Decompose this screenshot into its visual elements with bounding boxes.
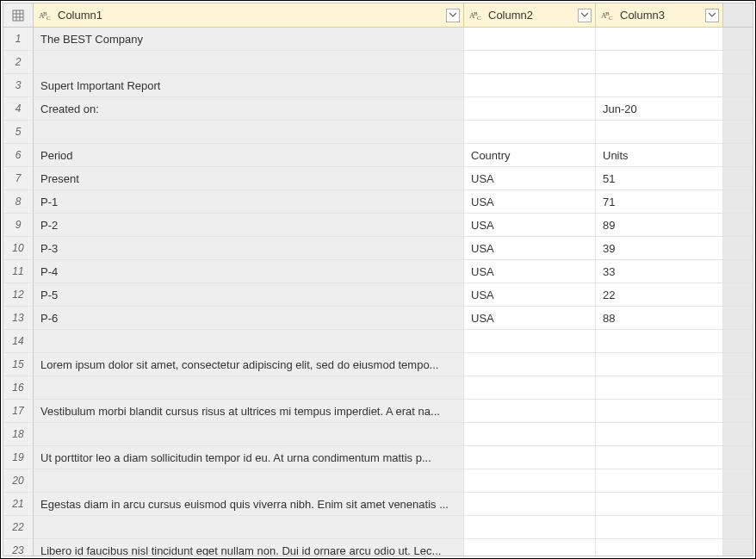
cell[interactable]: The BEST Company bbox=[34, 28, 464, 51]
cell[interactable] bbox=[596, 446, 723, 469]
cell[interactable] bbox=[464, 493, 596, 516]
column-header-column3[interactable]: A B C Column3 bbox=[596, 3, 723, 28]
cell[interactable] bbox=[464, 446, 596, 469]
cell[interactable]: Present bbox=[34, 167, 464, 190]
cell[interactable]: Period bbox=[34, 144, 464, 167]
table-row[interactable]: 22 bbox=[3, 516, 753, 539]
cell[interactable] bbox=[464, 353, 596, 376]
cell[interactable]: Jun-20 bbox=[596, 97, 723, 121]
cell[interactable] bbox=[34, 121, 464, 144]
row-number[interactable]: 22 bbox=[3, 516, 34, 539]
cell[interactable] bbox=[34, 376, 464, 400]
row-number[interactable]: 11 bbox=[3, 260, 34, 283]
cell[interactable] bbox=[596, 353, 723, 376]
table-row[interactable]: 2 bbox=[3, 51, 753, 74]
cell[interactable] bbox=[596, 423, 723, 446]
cell[interactable]: P-1 bbox=[34, 190, 464, 214]
table-row[interactable]: 7PresentUSA51 bbox=[3, 167, 753, 190]
cell[interactable] bbox=[464, 469, 596, 493]
table-row[interactable]: 12P-5USA22 bbox=[3, 283, 753, 307]
table-row[interactable]: 10P-3USA39 bbox=[3, 237, 753, 260]
table-row[interactable]: 1The BEST Company bbox=[3, 28, 753, 51]
table-row[interactable]: 14 bbox=[3, 330, 753, 353]
cell[interactable] bbox=[464, 51, 596, 74]
cell[interactable] bbox=[34, 330, 464, 353]
cell[interactable]: USA bbox=[464, 307, 596, 330]
filter-dropdown-button[interactable] bbox=[446, 9, 460, 22]
column-header-column1[interactable]: A B C Column1 bbox=[34, 3, 464, 28]
cell[interactable]: USA bbox=[464, 283, 596, 307]
cell[interactable]: 33 bbox=[596, 260, 723, 283]
cell[interactable] bbox=[464, 121, 596, 144]
cell[interactable] bbox=[596, 493, 723, 516]
cell[interactable]: Lorem ipsum dolor sit amet, consectetur … bbox=[34, 353, 464, 376]
row-number[interactable]: 23 bbox=[3, 539, 34, 556]
cell[interactable]: Egestas diam in arcu cursus euismod quis… bbox=[34, 493, 464, 516]
cell[interactable]: Ut porttitor leo a diam sollicitudin tem… bbox=[34, 446, 464, 469]
cell[interactable] bbox=[596, 51, 723, 74]
table-row[interactable]: 18 bbox=[3, 423, 753, 446]
row-number[interactable]: 18 bbox=[3, 423, 34, 446]
cell[interactable] bbox=[464, 97, 596, 121]
cell[interactable]: 71 bbox=[596, 190, 723, 214]
cell[interactable] bbox=[596, 121, 723, 144]
cell[interactable]: Created on: bbox=[34, 97, 464, 121]
row-number[interactable]: 19 bbox=[3, 446, 34, 469]
cell[interactable]: USA bbox=[464, 167, 596, 190]
cell[interactable] bbox=[596, 400, 723, 423]
row-number[interactable]: 21 bbox=[3, 493, 34, 516]
cell[interactable]: 88 bbox=[596, 307, 723, 330]
cell[interactable] bbox=[34, 423, 464, 446]
column-header-column2[interactable]: A B C Column2 bbox=[464, 3, 596, 28]
table-row[interactable]: 11P-4USA33 bbox=[3, 260, 753, 283]
cell[interactable]: Libero id faucibus nisl tincidunt eget n… bbox=[34, 539, 464, 556]
table-row[interactable]: 3Supert Important Report bbox=[3, 74, 753, 97]
cell[interactable]: P-6 bbox=[34, 307, 464, 330]
row-number[interactable]: 12 bbox=[3, 283, 34, 307]
select-all-corner[interactable] bbox=[3, 3, 34, 28]
row-number[interactable]: 7 bbox=[3, 167, 34, 190]
cell[interactable] bbox=[596, 28, 723, 51]
cell[interactable]: Vestibulum morbi blandit cursus risus at… bbox=[34, 400, 464, 423]
cell[interactable] bbox=[464, 376, 596, 400]
cell[interactable]: 22 bbox=[596, 283, 723, 307]
cell[interactable]: P-2 bbox=[34, 214, 464, 237]
cell[interactable]: Supert Important Report bbox=[34, 74, 464, 97]
cell[interactable] bbox=[34, 51, 464, 74]
row-number[interactable]: 9 bbox=[3, 214, 34, 237]
cell[interactable]: USA bbox=[464, 190, 596, 214]
row-number[interactable]: 8 bbox=[3, 190, 34, 214]
cell[interactable] bbox=[464, 516, 596, 539]
row-number[interactable]: 17 bbox=[3, 400, 34, 423]
cell[interactable]: USA bbox=[464, 214, 596, 237]
table-row[interactable]: 20 bbox=[3, 469, 753, 493]
cell[interactable]: 89 bbox=[596, 214, 723, 237]
cell[interactable] bbox=[464, 330, 596, 353]
row-number[interactable]: 20 bbox=[3, 469, 34, 493]
cell[interactable]: USA bbox=[464, 260, 596, 283]
cell[interactable]: P-4 bbox=[34, 260, 464, 283]
cell[interactable] bbox=[596, 74, 723, 97]
cell[interactable]: P-5 bbox=[34, 283, 464, 307]
table-row[interactable]: 6PeriodCountryUnits bbox=[3, 144, 753, 167]
row-number[interactable]: 16 bbox=[3, 376, 34, 400]
table-row[interactable]: 15Lorem ipsum dolor sit amet, consectetu… bbox=[3, 353, 753, 376]
row-number[interactable]: 1 bbox=[3, 28, 34, 51]
filter-dropdown-button[interactable] bbox=[705, 9, 719, 22]
cell[interactable] bbox=[34, 516, 464, 539]
table-row[interactable]: 13P-6USA88 bbox=[3, 307, 753, 330]
cell[interactable]: P-3 bbox=[34, 237, 464, 260]
cell[interactable] bbox=[464, 400, 596, 423]
table-row[interactable]: 5 bbox=[3, 121, 753, 144]
table-row[interactable]: 4Created on:Jun-20 bbox=[3, 97, 753, 121]
row-number[interactable]: 4 bbox=[3, 97, 34, 121]
table-row[interactable]: 16 bbox=[3, 376, 753, 400]
cell[interactable]: 39 bbox=[596, 237, 723, 260]
table-row[interactable]: 23Libero id faucibus nisl tincidunt eget… bbox=[3, 539, 753, 556]
table-row[interactable]: 8P-1USA71 bbox=[3, 190, 753, 214]
cell[interactable] bbox=[596, 539, 723, 556]
cell[interactable] bbox=[464, 539, 596, 556]
row-number[interactable]: 15 bbox=[3, 353, 34, 376]
cell[interactable]: 51 bbox=[596, 167, 723, 190]
cell[interactable] bbox=[596, 330, 723, 353]
